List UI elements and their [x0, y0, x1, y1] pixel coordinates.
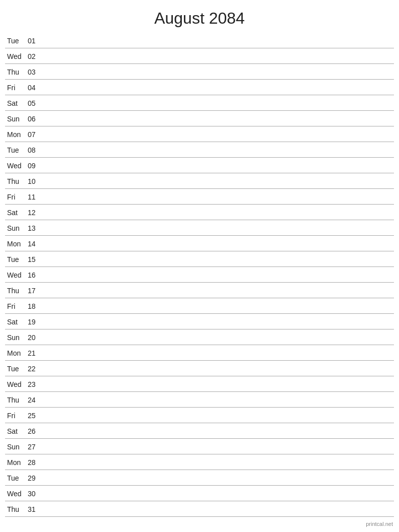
- day-name: Fri: [5, 412, 28, 420]
- day-name: Sat: [5, 318, 28, 326]
- day-name: Fri: [5, 84, 28, 92]
- day-row: Sun06: [5, 111, 394, 126]
- day-name: Sat: [5, 209, 28, 217]
- day-number: 28: [28, 458, 43, 467]
- day-row: Thu24: [5, 392, 394, 408]
- day-name: Thu: [5, 505, 28, 513]
- day-number: 02: [28, 52, 43, 60]
- day-name: Wed: [5, 380, 28, 388]
- day-name: Mon: [5, 240, 28, 248]
- day-number: 14: [28, 240, 43, 248]
- day-number: 08: [28, 146, 43, 154]
- day-row: Thu17: [5, 283, 394, 298]
- day-row: Wed02: [5, 48, 394, 64]
- day-name: Thu: [5, 396, 28, 404]
- day-name: Wed: [5, 271, 28, 279]
- day-number: 09: [28, 162, 43, 170]
- day-row: Tue01: [5, 33, 394, 48]
- day-name: Sun: [5, 443, 28, 451]
- day-number: 11: [28, 193, 43, 201]
- day-row: Tue22: [5, 361, 394, 376]
- day-name: Fri: [5, 302, 28, 310]
- day-number: 26: [28, 427, 43, 435]
- day-number: 10: [28, 177, 43, 185]
- day-number: 13: [28, 224, 43, 232]
- day-number: 25: [28, 412, 43, 420]
- day-number: 04: [28, 84, 43, 92]
- day-row: Tue08: [5, 142, 394, 158]
- day-number: 12: [28, 209, 43, 217]
- day-name: Sun: [5, 224, 28, 232]
- day-name: Tue: [5, 474, 28, 482]
- day-name: Mon: [5, 349, 28, 357]
- day-row: Thu31: [5, 501, 394, 517]
- day-number: 03: [28, 68, 43, 76]
- day-row: Sat19: [5, 314, 394, 329]
- day-number: 15: [28, 255, 43, 263]
- day-row: Sun13: [5, 220, 394, 236]
- day-number: 20: [28, 334, 43, 342]
- day-number: 19: [28, 318, 43, 326]
- day-number: 23: [28, 380, 43, 388]
- day-row: Sat12: [5, 205, 394, 220]
- day-row: Wed23: [5, 376, 394, 392]
- page-title: August 2084: [0, 0, 399, 33]
- day-name: Tue: [5, 146, 28, 154]
- day-name: Wed: [5, 162, 28, 170]
- watermark: printcal.net: [366, 521, 393, 527]
- day-row: Wed30: [5, 486, 394, 501]
- day-name: Sun: [5, 115, 28, 123]
- day-name: Tue: [5, 37, 28, 45]
- day-name: Wed: [5, 490, 28, 498]
- day-number: 07: [28, 130, 43, 139]
- day-number: 30: [28, 490, 43, 498]
- day-name: Wed: [5, 52, 28, 60]
- day-row: Thu03: [5, 64, 394, 80]
- day-row: Wed16: [5, 267, 394, 283]
- day-row: Mon14: [5, 236, 394, 251]
- day-number: 22: [28, 365, 43, 373]
- day-row: Sun20: [5, 329, 394, 345]
- day-number: 24: [28, 396, 43, 404]
- day-row: Sat26: [5, 423, 394, 439]
- day-row: Fri04: [5, 80, 394, 95]
- day-row: Fri18: [5, 298, 394, 314]
- day-name: Mon: [5, 130, 28, 139]
- day-name: Sat: [5, 427, 28, 435]
- day-name: Sun: [5, 334, 28, 342]
- day-row: Sat05: [5, 95, 394, 111]
- day-name: Tue: [5, 255, 28, 263]
- day-name: Sat: [5, 99, 28, 107]
- day-name: Thu: [5, 68, 28, 76]
- day-name: Thu: [5, 287, 28, 295]
- day-row: Wed09: [5, 158, 394, 173]
- day-name: Thu: [5, 177, 28, 185]
- day-name: Tue: [5, 365, 28, 373]
- calendar-list: Tue01Wed02Thu03Fri04Sat05Sun06Mon07Tue08…: [0, 33, 399, 517]
- day-row: Mon07: [5, 126, 394, 142]
- day-row: Thu10: [5, 173, 394, 189]
- day-number: 17: [28, 287, 43, 295]
- day-row: Tue29: [5, 470, 394, 486]
- day-number: 16: [28, 271, 43, 279]
- day-number: 06: [28, 115, 43, 123]
- day-number: 27: [28, 443, 43, 451]
- day-number: 05: [28, 99, 43, 107]
- day-name: Mon: [5, 458, 28, 467]
- day-row: Tue15: [5, 251, 394, 267]
- day-row: Mon21: [5, 345, 394, 361]
- day-number: 31: [28, 505, 43, 513]
- day-row: Mon28: [5, 454, 394, 470]
- day-row: Fri11: [5, 189, 394, 205]
- day-row: Sun27: [5, 439, 394, 454]
- day-number: 21: [28, 349, 43, 357]
- day-row: Fri25: [5, 408, 394, 423]
- day-number: 29: [28, 474, 43, 482]
- day-number: 18: [28, 302, 43, 310]
- day-name: Fri: [5, 193, 28, 201]
- day-number: 01: [28, 37, 43, 45]
